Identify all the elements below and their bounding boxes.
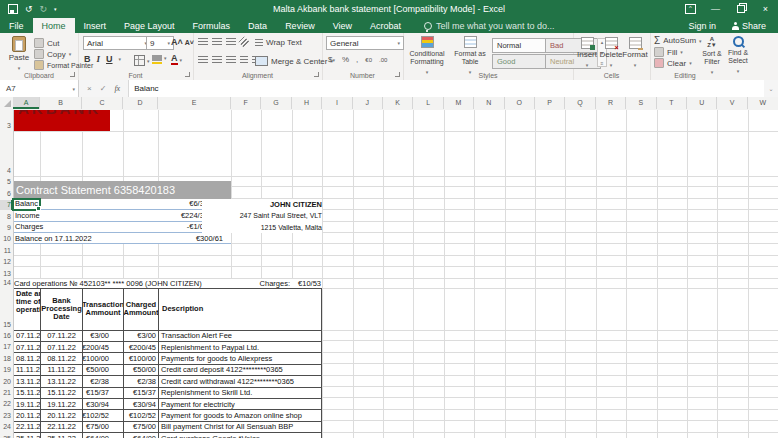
align-left-icon[interactable] [198,56,208,64]
wrap-text-button[interactable]: Wrap Text [255,38,302,47]
increase-decimal-icon[interactable]: €0 [365,57,372,63]
col-header-o[interactable]: O [505,97,535,109]
qat-customize-icon[interactable]: ▾ [54,6,57,12]
fill-button[interactable]: Fill▾ [654,47,683,57]
summary-row[interactable]: Charges-€1/00 [13,222,231,233]
row-header-22[interactable]: 22 [0,399,13,409]
col-header-s[interactable]: S [626,97,656,109]
col-header-r[interactable]: R [596,97,626,109]
summary-row[interactable]: Balance on 17.11.2022€300/61 [13,233,231,244]
summary-row[interactable]: Balanc€6/37 [13,199,231,210]
ribbon-display-options-button[interactable]: ^ [678,0,703,18]
row-header-4[interactable]: 4 [0,166,13,176]
card-operations-header-row[interactable]: Card operations № 452103** **** 0096 (JO… [13,279,322,288]
cell-charged[interactable]: €75/00 [124,422,159,433]
col-header-m[interactable]: M [444,97,474,109]
row-header-24[interactable]: 24 [0,422,13,432]
cell-amount[interactable]: €3/00 [83,331,124,342]
formula-bar-expand-icon[interactable]: ⌄ [764,80,778,97]
cell-charged[interactable]: €30/94 [124,399,159,410]
row-header-18[interactable]: 18 [0,354,13,364]
dialog-launcher-icon[interactable] [70,72,75,77]
col-header-i[interactable]: I [322,97,352,109]
fill-handle[interactable] [36,206,41,211]
col-header-f[interactable]: F [231,97,261,109]
tell-me-box[interactable]: Tell me what you want to do... [410,18,555,33]
col-header-u[interactable]: U [687,97,717,109]
cell-date[interactable]: 07.11.22 [14,342,41,353]
col-header-a[interactable]: A [13,97,40,109]
cell-date[interactable]: 07.11.22 [14,331,41,342]
cell-description[interactable]: Payments for goods to Aliexpress [159,353,322,364]
customer-name[interactable]: JOHN CITIZEN [202,199,322,210]
dialog-launcher-icon[interactable] [314,72,319,77]
number-format-combo[interactable]: General▾ [326,36,404,50]
align-center-icon[interactable] [212,56,222,64]
cell-pdate[interactable]: 07.11.22 [41,331,83,342]
col-header-p[interactable]: P [535,97,565,109]
row-header-16[interactable]: 16 [0,331,13,341]
row-header-19[interactable]: 19 [0,365,13,375]
cell-pdate[interactable]: 11.11.22 [41,365,83,376]
select-all-corner[interactable] [0,97,14,109]
copy-button[interactable]: Copy▾ [34,49,71,59]
table-header-transaction-amount[interactable]: Transaction Ammount [83,289,124,331]
col-header-l[interactable]: L [413,97,443,109]
redo-icon[interactable]: ↻ [40,0,48,18]
row-header-14[interactable]: 14 [0,278,13,288]
enter-icon[interactable]: ✓ [100,84,107,93]
decrease-decimal-icon[interactable]: .00 [379,57,387,63]
accounting-format-icon[interactable]: $▾ [328,55,335,64]
align-middle-icon[interactable] [212,38,222,46]
align-bottom-icon[interactable] [226,38,236,46]
cell-amount[interactable]: €30/94 [83,399,124,410]
row-header-23[interactable]: 23 [0,411,13,421]
find-select-button[interactable]: Find & Select ▾ [726,36,750,75]
cell-description[interactable]: Replenishment to Skrill Ltd. [159,388,322,399]
tab-insert[interactable]: Insert [75,18,116,33]
sign-in-link[interactable]: Sign in [688,21,716,31]
orientation-icon[interactable] [238,36,249,47]
formula-input[interactable]: Balanc [129,80,764,97]
col-header-q[interactable]: Q [565,97,595,109]
cell-charged[interactable]: €2/38 [124,376,159,387]
row-header-5[interactable]: 5 [0,177,13,187]
cell-date[interactable]: 08.11.22 [14,353,41,364]
tab-view[interactable]: View [324,18,361,33]
col-header-n[interactable]: N [474,97,504,109]
tab-acrobat[interactable]: Acrobat [361,18,410,33]
active-cell-selection[interactable] [12,198,41,211]
conditional-formatting-button[interactable]: Conditional Formatting ▾ [405,36,449,76]
clear-button[interactable]: Clear▾ [654,58,692,68]
insert-cells-button[interactable]: Insert ▾ [576,37,598,69]
cell-amount[interactable]: €15/37 [83,388,124,399]
row-header-8[interactable]: 8 [0,212,13,222]
dialog-launcher-icon[interactable] [185,72,190,77]
cell-amount[interactable]: €2/38 [83,376,124,387]
contract-statement-banner[interactable]: Contract Statement 6358420183 [13,181,231,199]
tab-file[interactable]: File [0,18,33,33]
cell-description[interactable]: Credit card withdrawal 4122********0365 [159,376,322,387]
row-header-12[interactable]: 12 [0,257,13,267]
cell-pdate[interactable]: 13.11.22 [41,376,83,387]
align-right-icon[interactable] [226,56,236,64]
cell-charged[interactable]: €64/00 [124,433,159,438]
row-header-11[interactable]: 11 [0,246,13,256]
col-header-c[interactable]: C [82,97,123,109]
style-normal[interactable]: Normal [492,38,548,53]
sort-filter-button[interactable]: AZ▼ Sort & Filter ▾ [700,36,724,76]
cell-pdate[interactable]: 15.11.22 [41,388,83,399]
cell-description[interactable]: Bill payment Christ for All Sensuah BBP [159,422,322,433]
row-header-9[interactable]: 9 [0,223,13,233]
restore-button[interactable] [728,0,753,18]
customer-street[interactable]: 247 Saint Paul Street, VLT [202,210,322,221]
cell-charged[interactable]: €200/45 [124,342,159,353]
table-header-date[interactable]: Date and time of operation [14,289,41,331]
col-header-d[interactable]: D [123,97,158,109]
cell-date[interactable]: 20.11.22 [14,410,41,421]
row-header-21[interactable]: 21 [0,388,13,398]
cell-amount[interactable]: €50/00 [83,365,124,376]
grow-shrink-font[interactable]: A˄A˅ [171,37,194,47]
font-name-combo[interactable]: Arial▾ [83,36,151,50]
cell-description[interactable]: Payment for goods to Amazon online shop [159,410,322,421]
